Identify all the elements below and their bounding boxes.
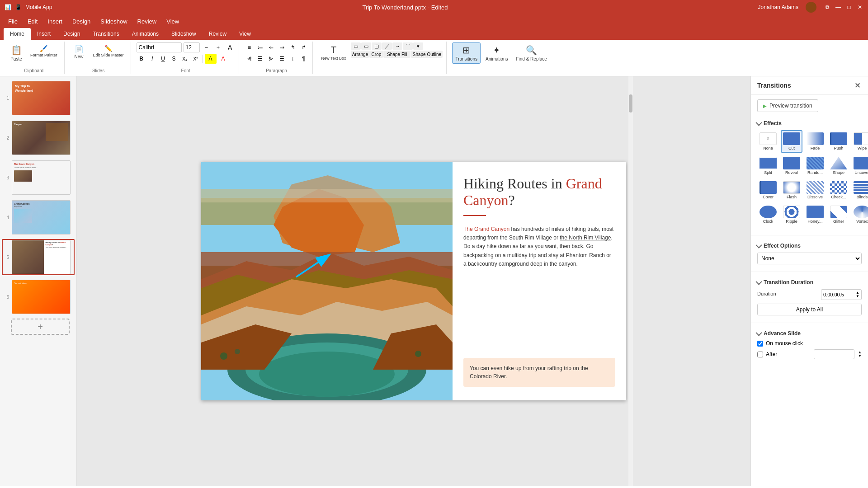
effect-reveal[interactable]: Reveal — [781, 155, 802, 177]
rtl-btn[interactable]: ↰ — [288, 42, 298, 52]
transitions-ribbon-btn[interactable]: ⊞ Transitions — [452, 42, 481, 64]
animations-ribbon-btn[interactable]: ✦ Animations — [482, 42, 511, 64]
shape-round-btn[interactable]: ▢ — [372, 42, 382, 50]
highlight-btn[interactable]: A — [205, 54, 217, 64]
font-color-btn[interactable]: A — [225, 42, 235, 52]
restore-btn[interactable]: ⧉ — [824, 4, 831, 11]
effect-glitter[interactable]: Glitter — [828, 203, 849, 226]
shape-fill-btn[interactable]: Shape Fill — [383, 51, 410, 58]
bold-btn[interactable]: B — [137, 54, 146, 64]
menu-edit[interactable]: Edit — [23, 16, 42, 27]
increase-indent-btn[interactable]: ⇒ — [277, 42, 287, 52]
underline-btn[interactable]: U — [158, 54, 168, 64]
justify-btn[interactable]: ☰ — [277, 54, 287, 64]
effect-dissolve[interactable]: Dissolve — [804, 179, 826, 202]
tab-review[interactable]: Review — [203, 28, 233, 40]
on-mouse-click-checkbox[interactable] — [757, 341, 763, 347]
shape-more-btn[interactable]: ▾ — [413, 42, 423, 50]
effect-cover[interactable]: Cover — [757, 179, 779, 202]
effect-none[interactable]: ✗ None — [757, 130, 779, 153]
effect-random[interactable]: Rando... — [804, 155, 826, 177]
effect-split[interactable]: Split — [757, 155, 779, 177]
effect-push[interactable]: Push — [828, 130, 849, 153]
slide-thumb-1[interactable]: 1 My Trip to Wonderland — [2, 80, 75, 116]
align-center-btn[interactable]: ☰ — [255, 54, 265, 64]
tab-transitions[interactable]: Transitions — [86, 28, 125, 40]
paste-button[interactable]: 📋 Paste — [7, 42, 25, 64]
effect-vortex[interactable]: Vortex — [851, 203, 868, 226]
shape-curve-btn[interactable]: ⌒ — [403, 42, 413, 50]
duration-input[interactable]: 0:00:00.5 ▲ ▼ — [821, 289, 862, 300]
maximize-btn[interactable]: □ — [845, 4, 853, 11]
paragraph-settings-btn[interactable]: ¶ — [299, 54, 309, 64]
shape-line-btn[interactable]: ／ — [382, 42, 392, 50]
tab-animations[interactable]: Animations — [126, 28, 165, 40]
italic-btn[interactable]: I — [147, 54, 157, 64]
menu-slideshow[interactable]: Slideshow — [96, 16, 132, 27]
effect-fade[interactable]: Fade — [804, 130, 826, 153]
menu-view[interactable]: View — [162, 16, 184, 27]
crop-btn[interactable]: Crop — [369, 51, 383, 58]
format-painter-button[interactable]: 🖌️ Format Painter — [27, 42, 61, 60]
align-left-btn[interactable]: ⫷ — [245, 54, 255, 64]
minimize-btn[interactable]: — — [835, 4, 842, 11]
after-checkbox[interactable] — [757, 352, 763, 357]
duration-down-btn[interactable]: ▼ — [856, 295, 859, 298]
numbered-list-btn[interactable]: ≔ — [255, 42, 265, 52]
decrease-indent-btn[interactable]: ⇐ — [266, 42, 276, 52]
effect-blinds[interactable]: Blinds — [851, 179, 868, 202]
line-spacing-btn[interactable]: ↕ — [288, 54, 298, 64]
effect-checker[interactable]: Check... — [828, 179, 849, 202]
effect-uncover[interactable]: Uncover — [851, 155, 868, 177]
effect-flash[interactable]: Flash — [781, 179, 802, 202]
new-text-box-button[interactable]: T New Text Box — [318, 42, 349, 63]
slide-thumb-5[interactable]: 5 Hiking Routes in Grand Canyon? The Gra… — [2, 239, 75, 275]
effect-clock[interactable]: Clock — [757, 203, 779, 226]
close-window-btn[interactable]: ✕ — [856, 4, 863, 11]
bullet-list-btn[interactable]: ≡ — [245, 42, 255, 52]
font-size-input[interactable] — [184, 42, 200, 52]
slide-thumb-6[interactable]: 6 Sunset View — [2, 279, 75, 315]
canvas-scrollbar[interactable] — [628, 76, 633, 486]
shape-outline-btn[interactable]: Shape Outline — [411, 51, 443, 58]
tab-design[interactable]: Design — [57, 28, 86, 40]
menu-insert[interactable]: Insert — [43, 16, 67, 27]
slide-thumb-2[interactable]: 2 Canyon — [2, 120, 75, 156]
effect-options-select[interactable]: None — [757, 253, 862, 264]
strikethrough-btn[interactable]: S — [169, 54, 179, 64]
arrange-btn[interactable]: Arrange — [351, 51, 369, 58]
find-replace-ribbon-btn[interactable]: 🔍 Find & Replace — [513, 42, 550, 64]
edit-slide-master-button[interactable]: ✏️ Edit Slide Master — [90, 42, 127, 60]
font-name-input[interactable] — [137, 42, 182, 52]
menu-design[interactable]: Design — [68, 16, 95, 27]
effect-cut[interactable]: Cut — [781, 130, 802, 153]
slide-thumb-3[interactable]: 3 The Grand Canyon Lorem ipsum dolor sit… — [2, 160, 75, 196]
effect-ripple[interactable]: Ripple — [781, 203, 802, 226]
transitions-close-btn[interactable]: ✕ — [853, 81, 862, 90]
subscript-btn[interactable]: X₂ — [180, 54, 190, 64]
preview-transition-btn[interactable]: ▶ Preview transition — [757, 99, 818, 112]
menu-file[interactable]: File — [4, 16, 22, 27]
shape-arrow-btn[interactable]: → — [392, 42, 402, 50]
tab-home[interactable]: Home — [4, 28, 31, 40]
increase-font-btn[interactable]: + — [213, 42, 223, 52]
text-color-btn[interactable]: A — [217, 54, 229, 64]
apply-to-all-btn[interactable]: Apply to All — [757, 304, 862, 315]
align-right-btn[interactable]: ⫸ — [266, 54, 276, 64]
canvas-scrollbar-thumb[interactable] — [629, 94, 632, 113]
shape-rect-btn[interactable]: ▭ — [351, 42, 361, 50]
tab-view[interactable]: View — [233, 28, 257, 40]
decrease-font-btn[interactable]: − — [202, 42, 212, 52]
new-slide-button[interactable]: 📄 New — [70, 42, 88, 61]
after-time-input[interactable] — [814, 349, 854, 359]
superscript-btn[interactable]: X² — [191, 54, 201, 64]
effect-honey[interactable]: Honey... — [804, 203, 826, 226]
shape-rect2-btn[interactable]: ▭ — [361, 42, 371, 50]
add-slide-button[interactable]: + — [11, 319, 70, 335]
ltr-btn[interactable]: ↱ — [299, 42, 309, 52]
effect-shape[interactable]: Shape — [828, 155, 849, 177]
after-down-btn[interactable]: ▼ — [858, 354, 862, 358]
effect-wipe[interactable]: Wipe — [851, 130, 868, 153]
menu-review[interactable]: Review — [133, 16, 161, 27]
tab-slideshow[interactable]: Slideshow — [165, 28, 203, 40]
